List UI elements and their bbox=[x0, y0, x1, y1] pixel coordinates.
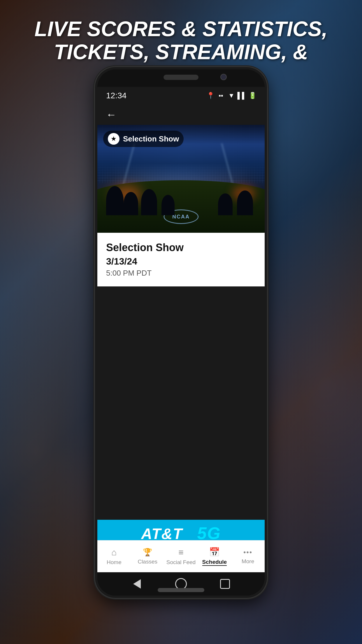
nav-item-home[interactable]: ⌂ Home bbox=[97, 547, 131, 566]
event-info: Selection Show 3/13/24 5:00 PM PDT bbox=[97, 233, 265, 286]
status-time: 12:34 bbox=[106, 91, 126, 100]
wifi-icon: ▼ bbox=[228, 92, 235, 99]
status-bar: 12:34 📍 ▪▪ ▼ ▌▌ 🔋 bbox=[97, 87, 265, 104]
silhouette-6 bbox=[218, 193, 233, 215]
event-title: Selection Show bbox=[106, 242, 256, 254]
schedule-icon: 📅 bbox=[209, 547, 220, 557]
recent-hardware-button[interactable] bbox=[218, 577, 232, 591]
silhouettes-container bbox=[97, 180, 265, 215]
att-brand: AT&T 5G bbox=[141, 523, 221, 543]
more-label: More bbox=[242, 558, 254, 565]
phone-screen: 12:34 📍 ▪▪ ▼ ▌▌ 🔋 ← bbox=[97, 87, 265, 572]
event-badge: ★ Selection Show bbox=[103, 131, 184, 147]
event-date: 3/13/24 bbox=[106, 256, 256, 267]
phone-frame: 12:34 📍 ▪▪ ▼ ▌▌ 🔋 ← bbox=[95, 67, 267, 598]
battery-icon: 🔋 bbox=[249, 92, 256, 99]
nav-item-more[interactable]: ••• More bbox=[231, 548, 265, 565]
silhouette-5 bbox=[237, 190, 253, 215]
vibrate-icon: ▪▪ bbox=[217, 92, 224, 99]
bottom-nav: ⌂ Home 🏆 Classes ≡ Social Feed 📅 Schedul… bbox=[97, 540, 265, 572]
location-icon: 📍 bbox=[207, 92, 214, 99]
classes-label: Classes bbox=[138, 559, 157, 565]
att-brand-text: AT&T bbox=[141, 525, 183, 542]
silhouette-4 bbox=[161, 195, 175, 215]
home-icon: ⌂ bbox=[111, 547, 117, 557]
classes-icon: 🏆 bbox=[143, 548, 152, 557]
silhouette-2 bbox=[124, 192, 138, 215]
signal-icon: ▌▌ bbox=[238, 92, 245, 99]
phone-camera bbox=[220, 74, 227, 80]
phone-speaker bbox=[164, 75, 198, 80]
silhouette-1 bbox=[106, 186, 124, 215]
back-hardware-button[interactable] bbox=[130, 577, 144, 591]
back-button[interactable]: ← bbox=[103, 106, 120, 124]
schedule-label: Schedule bbox=[202, 559, 227, 566]
event-time: 5:00 PM PDT bbox=[106, 269, 256, 278]
phone-home-indicator bbox=[158, 588, 204, 592]
silhouette-3 bbox=[141, 189, 157, 215]
nav-item-schedule[interactable]: 📅 Schedule bbox=[198, 547, 231, 566]
nav-item-social-feed[interactable]: ≡ Social Feed bbox=[164, 547, 198, 566]
home-label: Home bbox=[107, 559, 122, 566]
att-5g-text: 5G bbox=[197, 524, 221, 542]
phone-inner: 12:34 📍 ▪▪ ▼ ▌▌ 🔋 ← bbox=[97, 69, 265, 596]
phone-bottom-nav bbox=[97, 572, 265, 596]
recent-square-icon bbox=[220, 579, 230, 589]
more-icon: ••• bbox=[243, 548, 252, 556]
event-image: NCAA ★ Selection Show bbox=[97, 125, 265, 233]
status-icons: 📍 ▪▪ ▼ ▌▌ 🔋 bbox=[207, 92, 256, 99]
social-feed-label: Social Feed bbox=[166, 559, 196, 566]
social-feed-icon: ≡ bbox=[178, 547, 184, 557]
back-triangle-icon bbox=[133, 579, 141, 589]
star-icon: ★ bbox=[108, 133, 120, 145]
badge-label: Selection Show bbox=[123, 134, 179, 144]
nav-item-classes[interactable]: 🏆 Classes bbox=[131, 548, 164, 565]
nav-bar: ← bbox=[97, 104, 265, 125]
